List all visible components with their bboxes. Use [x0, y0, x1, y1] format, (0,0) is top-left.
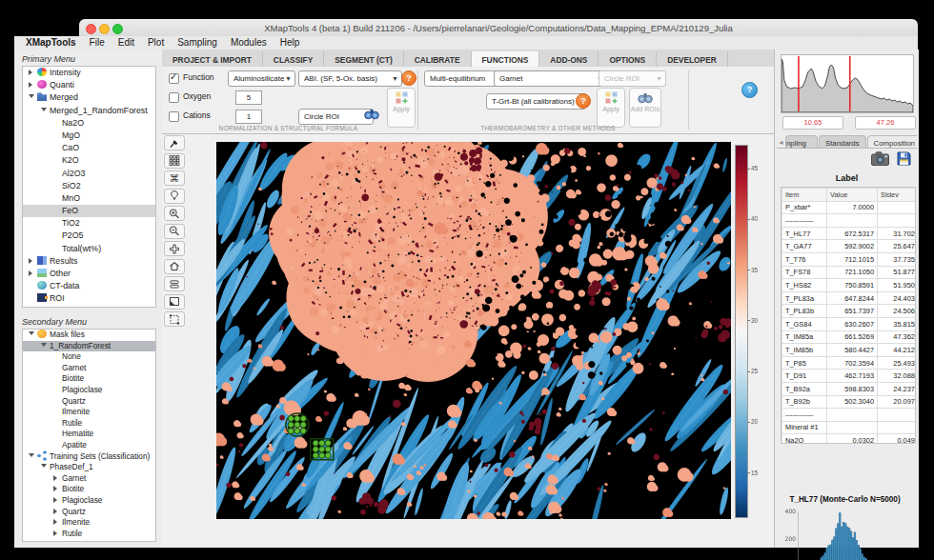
- tab-calibrate[interactable]: CALIBRATE: [404, 51, 472, 68]
- tab-project-import[interactable]: PROJECT & IMPORT: [162, 51, 263, 68]
- tree-item-plagioclase[interactable]: Plagioclase: [23, 385, 155, 396]
- roi-selection-tool-button[interactable]: [164, 311, 185, 327]
- camera-icon[interactable]: [871, 151, 889, 166]
- tree-item-mask-files[interactable]: Mask files: [23, 330, 155, 341]
- tree-item-al2o3[interactable]: Al2O3: [23, 168, 155, 180]
- right-tab-npling[interactable]: npling: [785, 135, 818, 149]
- zoom-in-tool-button[interactable]: [164, 206, 185, 221]
- thermo-method-dropdown[interactable]: Multi-equilibrium▼: [424, 70, 503, 87]
- table-row[interactable]: T_FS78721.105051.87772: [782, 266, 917, 279]
- tree-item-feo[interactable]: FeO: [23, 205, 155, 217]
- add-rois-button[interactable]: Add ROIs: [629, 88, 661, 128]
- tree-item-mgo[interactable]: MgO: [23, 130, 155, 142]
- tree-item-biotite[interactable]: Biotite: [23, 373, 155, 385]
- grid-tool-button[interactable]: [164, 153, 185, 169]
- tree-item-na2o[interactable]: Na2O: [23, 117, 155, 130]
- tree-item-quartz[interactable]: Quartz: [23, 507, 155, 518]
- cations-input[interactable]: 1: [235, 110, 262, 124]
- table-row[interactable]: T_P85702.359425.49371: [782, 356, 917, 370]
- collapse-arrow-icon[interactable]: [29, 330, 37, 341]
- thermo-phase-dropdown[interactable]: Garnet▼: [494, 70, 607, 87]
- tree-item-rutile[interactable]: Rutile: [23, 418, 155, 430]
- tree-item-1-randomforest[interactable]: 1_RandomForest: [23, 341, 155, 352]
- oxygen-checkbox[interactable]: [169, 92, 179, 103]
- collapse-arrow-icon[interactable]: [29, 451, 37, 463]
- tab-functions[interactable]: FUNCTIONS: [472, 51, 540, 68]
- table-row[interactable]: T_IM85b580.442744.21242: [782, 344, 917, 357]
- table-row[interactable]: T_B92b502.304020.09700: [782, 395, 917, 409]
- menu-help[interactable]: Help: [274, 36, 307, 50]
- tree-item-results[interactable]: Results: [23, 255, 155, 268]
- tree-item-other[interactable]: Other: [23, 268, 155, 280]
- help-button-thermobarometry[interactable]: ?: [576, 93, 591, 109]
- tree-item-phasedef-1[interactable]: PhaseDef_1: [23, 462, 155, 473]
- tree-item-training-sets-classification[interactable]: Training Sets (Classification): [23, 451, 155, 463]
- apply-normalization-button[interactable]: Apply: [387, 88, 416, 128]
- table-row[interactable]: T_PL83a647.824424.40301: [782, 291, 917, 305]
- table-row[interactable]: Mineral #1: [782, 421, 917, 434]
- expand-arrow-icon[interactable]: [53, 529, 62, 540]
- binoculars-icon[interactable]: [364, 108, 379, 120]
- range-max-field[interactable]: 47.26: [855, 116, 916, 130]
- pin-tool-button[interactable]: [164, 189, 185, 204]
- tree-item-intensity[interactable]: Intensity: [23, 67, 155, 79]
- window-titlebar[interactable]: XMapTools 4 (beta 1) Build 211206 - /Use…: [79, 19, 918, 37]
- expand-arrow-icon[interactable]: [53, 517, 62, 529]
- tree-item-k2o[interactable]: K2O: [23, 154, 155, 167]
- calibration-dropdown[interactable]: T-Grt-Bt (all calibrations)▼: [486, 93, 586, 110]
- expand-arrow-icon[interactable]: [53, 507, 62, 518]
- tree-item-ct-data[interactable]: CT-data: [23, 280, 155, 292]
- table-row[interactable]: T_T76712.101537.73581: [782, 252, 917, 266]
- menu-edit[interactable]: Edit: [112, 36, 141, 50]
- function-method-dropdown[interactable]: ABI. (SF, 5-Ox. basis)▼: [298, 70, 402, 87]
- image-export-tool-button[interactable]: [164, 294, 185, 310]
- tree-item-rutile[interactable]: Rutile: [23, 529, 155, 540]
- tab-segment-ct[interactable]: SEGMENT (CT): [324, 51, 403, 68]
- tree-item-mno[interactable]: MnO: [23, 192, 155, 205]
- table-row[interactable]: ------------: [782, 409, 917, 422]
- zoom-out-tool-button[interactable]: [164, 224, 185, 239]
- help-button-main[interactable]: ?: [741, 82, 758, 98]
- tree-item-apatite[interactable]: Apatite: [23, 440, 155, 451]
- expand-arrow-icon[interactable]: [29, 268, 37, 280]
- cations-checkbox[interactable]: [169, 111, 179, 122]
- collapse-arrow-icon[interactable]: [29, 91, 37, 104]
- tree-item-sio2[interactable]: SiO2: [23, 180, 155, 192]
- menu-modules[interactable]: Modules: [224, 36, 274, 50]
- menu-xmaptools[interactable]: XMapTools: [14, 36, 83, 50]
- oxygen-input[interactable]: 5: [235, 90, 262, 105]
- collapse-arrow-icon[interactable]: [41, 105, 50, 117]
- histogram-preview[interactable]: [781, 54, 914, 113]
- table-row[interactable]: Na2O0.03020.04990: [782, 434, 917, 444]
- tree-item-plagioclase[interactable]: Plagioclase: [23, 495, 155, 507]
- table-row[interactable]: T_HS82750.859151.95092: [782, 279, 917, 292]
- tree-item-merged[interactable]: Merged: [23, 91, 155, 104]
- table-row[interactable]: P_xbar*7.0000: [782, 201, 917, 214]
- expand-arrow-icon[interactable]: [29, 79, 37, 91]
- tree-item-p2o5[interactable]: P2O5: [23, 230, 155, 242]
- expand-arrow-icon[interactable]: [29, 67, 37, 79]
- expand-arrow-icon[interactable]: [53, 495, 62, 507]
- tree-item-none[interactable]: None: [23, 351, 155, 363]
- table-row[interactable]: T_GA77592.900225.64741: [782, 240, 917, 253]
- collapse-arrow-icon[interactable]: [41, 341, 50, 352]
- tree-item-garnet[interactable]: Garnet: [23, 473, 155, 485]
- home-tool-button[interactable]: [164, 259, 185, 274]
- function-type-dropdown[interactable]: Aluminosilicate▼: [228, 70, 295, 87]
- apply-thermobarometry-button[interactable]: Apply: [597, 88, 625, 128]
- table-row[interactable]: T_D91462.719332.08841: [782, 370, 917, 383]
- tabs-scroll-left-icon[interactable]: ◂: [777, 135, 785, 149]
- tab-add-ons[interactable]: ADD-ONS: [539, 51, 599, 68]
- menu-plot[interactable]: Plot: [141, 36, 171, 50]
- tree-item-quanti[interactable]: Quanti: [23, 79, 155, 91]
- command-tool-button[interactable]: ⌘: [164, 170, 185, 186]
- menu-sampling[interactable]: Sampling: [171, 36, 224, 50]
- eyedropper-tool-button[interactable]: [164, 135, 185, 150]
- tree-item-roi[interactable]: ROI: [23, 292, 155, 305]
- tree-item-ilmenite[interactable]: Ilmenite: [23, 407, 155, 418]
- right-tab-standards[interactable]: Standards: [819, 135, 866, 149]
- table-row[interactable]: T_B92a598.830324.23721: [782, 382, 917, 395]
- expand-arrow-icon[interactable]: [29, 255, 37, 268]
- range-min-field[interactable]: 10.65: [782, 116, 843, 130]
- tree-item-total-wt[interactable]: Total(wt%): [23, 243, 155, 255]
